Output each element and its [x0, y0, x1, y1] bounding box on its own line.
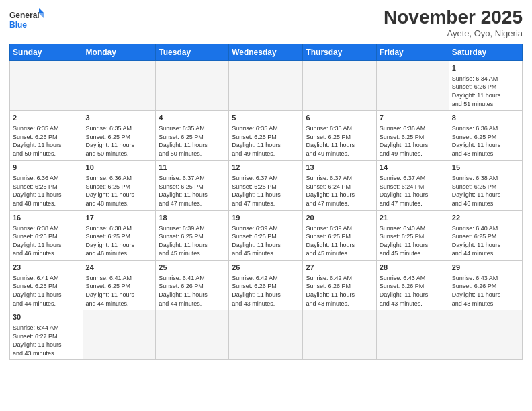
day-info: Sunrise: 6:37 AM Sunset: 6:24 PM Dayligh… [380, 174, 446, 208]
logo: General Blue [9, 7, 44, 34]
weekday-saturday: Saturday [449, 44, 522, 61]
day-number: 24 [86, 263, 153, 273]
calendar-cell-0-4 [303, 61, 376, 111]
day-info: Sunrise: 6:41 AM Sunset: 6:25 PM Dayligh… [86, 274, 153, 308]
day-number: 2 [13, 113, 80, 123]
day-info: Sunrise: 6:38 AM Sunset: 6:25 PM Dayligh… [452, 174, 519, 208]
day-info: Sunrise: 6:38 AM Sunset: 6:25 PM Dayligh… [13, 224, 80, 258]
day-number: 25 [159, 263, 226, 273]
calendar-cell-4-0: 23Sunrise: 6:41 AM Sunset: 6:25 PM Dayli… [10, 260, 83, 310]
calendar-cell-4-4: 27Sunrise: 6:42 AM Sunset: 6:26 PM Dayli… [303, 260, 376, 310]
day-info: Sunrise: 6:35 AM Sunset: 6:25 PM Dayligh… [232, 124, 300, 158]
calendar-cell-5-4 [303, 310, 376, 360]
day-info: Sunrise: 6:43 AM Sunset: 6:26 PM Dayligh… [452, 274, 519, 308]
week-row-3: 16Sunrise: 6:38 AM Sunset: 6:25 PM Dayli… [10, 210, 523, 260]
calendar-cell-0-3 [229, 61, 303, 111]
calendar-cell-3-1: 17Sunrise: 6:38 AM Sunset: 6:25 PM Dayli… [83, 210, 156, 260]
calendar-cell-1-6: 8Sunrise: 6:36 AM Sunset: 6:25 PM Daylig… [449, 111, 522, 161]
day-info: Sunrise: 6:40 AM Sunset: 6:25 PM Dayligh… [452, 224, 519, 258]
svg-marker-2 [39, 8, 44, 13]
calendar-cell-1-0: 2Sunrise: 6:35 AM Sunset: 6:26 PM Daylig… [10, 111, 83, 161]
calendar-cell-4-3: 26Sunrise: 6:42 AM Sunset: 6:26 PM Dayli… [229, 260, 303, 310]
day-info: Sunrise: 6:37 AM Sunset: 6:25 PM Dayligh… [159, 174, 226, 208]
day-number: 7 [380, 113, 446, 123]
week-row-5: 30Sunrise: 6:44 AM Sunset: 6:27 PM Dayli… [10, 310, 523, 360]
calendar-cell-2-3: 12Sunrise: 6:37 AM Sunset: 6:25 PM Dayli… [229, 161, 303, 210]
day-info: Sunrise: 6:41 AM Sunset: 6:25 PM Dayligh… [13, 274, 80, 308]
day-info: Sunrise: 6:36 AM Sunset: 6:25 PM Dayligh… [380, 124, 446, 158]
day-number: 26 [232, 263, 300, 273]
month-title: November 2025 [384, 7, 523, 28]
calendar-cell-0-5 [376, 61, 449, 111]
calendar-cell-3-6: 22Sunrise: 6:40 AM Sunset: 6:25 PM Dayli… [449, 210, 522, 260]
day-number: 29 [452, 263, 519, 273]
calendar-cell-2-4: 13Sunrise: 6:37 AM Sunset: 6:24 PM Dayli… [303, 161, 376, 210]
calendar-cell-3-0: 16Sunrise: 6:38 AM Sunset: 6:25 PM Dayli… [10, 210, 83, 260]
day-number: 23 [13, 263, 80, 273]
day-info: Sunrise: 6:36 AM Sunset: 6:25 PM Dayligh… [13, 174, 80, 208]
day-number: 20 [306, 213, 373, 223]
calendar-cell-3-4: 20Sunrise: 6:39 AM Sunset: 6:25 PM Dayli… [303, 210, 376, 260]
week-row-0: 1Sunrise: 6:34 AM Sunset: 6:26 PM Daylig… [10, 61, 523, 111]
day-number: 18 [159, 213, 226, 223]
day-info: Sunrise: 6:34 AM Sunset: 6:26 PM Dayligh… [452, 75, 519, 108]
day-number: 8 [452, 113, 519, 123]
title-block: November 2025 Ayete, Oyo, Nigeria [384, 7, 523, 38]
day-info: Sunrise: 6:42 AM Sunset: 6:26 PM Dayligh… [232, 274, 300, 308]
day-info: Sunrise: 6:41 AM Sunset: 6:26 PM Dayligh… [159, 274, 226, 308]
calendar-cell-2-6: 15Sunrise: 6:38 AM Sunset: 6:25 PM Dayli… [449, 161, 522, 210]
weekday-thursday: Thursday [303, 44, 376, 61]
day-info: Sunrise: 6:39 AM Sunset: 6:25 PM Dayligh… [159, 224, 226, 258]
calendar-table: SundayMondayTuesdayWednesdayThursdayFrid… [9, 44, 523, 360]
day-number: 14 [380, 163, 446, 173]
calendar-cell-5-6 [449, 310, 522, 360]
calendar-cell-2-2: 11Sunrise: 6:37 AM Sunset: 6:25 PM Dayli… [156, 161, 229, 210]
calendar-cell-5-0: 30Sunrise: 6:44 AM Sunset: 6:27 PM Dayli… [10, 310, 83, 360]
day-info: Sunrise: 6:38 AM Sunset: 6:25 PM Dayligh… [86, 224, 153, 258]
day-info: Sunrise: 6:35 AM Sunset: 6:25 PM Dayligh… [159, 124, 226, 158]
calendar-cell-1-2: 4Sunrise: 6:35 AM Sunset: 6:25 PM Daylig… [156, 111, 229, 161]
calendar-cell-0-1 [83, 61, 156, 111]
day-number: 9 [13, 163, 80, 173]
day-number: 28 [380, 263, 446, 273]
calendar-cell-3-3: 19Sunrise: 6:39 AM Sunset: 6:25 PM Dayli… [229, 210, 303, 260]
day-number: 17 [86, 213, 153, 223]
day-info: Sunrise: 6:40 AM Sunset: 6:25 PM Dayligh… [380, 224, 446, 258]
day-number: 21 [380, 213, 446, 223]
calendar-cell-4-6: 29Sunrise: 6:43 AM Sunset: 6:26 PM Dayli… [449, 260, 522, 310]
calendar-cell-0-2 [156, 61, 229, 111]
calendar-cell-0-0 [10, 61, 83, 111]
day-number: 6 [306, 113, 373, 123]
calendar-cell-4-5: 28Sunrise: 6:43 AM Sunset: 6:26 PM Dayli… [376, 260, 449, 310]
calendar-cell-4-1: 24Sunrise: 6:41 AM Sunset: 6:25 PM Dayli… [83, 260, 156, 310]
location: Ayete, Oyo, Nigeria [384, 28, 523, 38]
calendar-cell-5-1 [83, 310, 156, 360]
day-info: Sunrise: 6:44 AM Sunset: 6:27 PM Dayligh… [13, 324, 80, 357]
day-number: 3 [86, 113, 153, 123]
svg-text:Blue: Blue [9, 20, 27, 30]
calendar-cell-2-1: 10Sunrise: 6:36 AM Sunset: 6:25 PM Dayli… [83, 161, 156, 210]
day-info: Sunrise: 6:39 AM Sunset: 6:25 PM Dayligh… [306, 224, 373, 258]
day-number: 5 [232, 113, 300, 123]
logo-svg: General Blue [9, 7, 44, 34]
day-number: 19 [232, 213, 300, 223]
calendar-cell-2-0: 9Sunrise: 6:36 AM Sunset: 6:25 PM Daylig… [10, 161, 83, 210]
day-number: 16 [13, 213, 80, 223]
day-info: Sunrise: 6:39 AM Sunset: 6:25 PM Dayligh… [232, 224, 300, 258]
day-number: 11 [159, 163, 226, 173]
calendar-cell-5-5 [376, 310, 449, 360]
calendar-cell-1-3: 5Sunrise: 6:35 AM Sunset: 6:25 PM Daylig… [229, 111, 303, 161]
calendar-cell-1-1: 3Sunrise: 6:35 AM Sunset: 6:25 PM Daylig… [83, 111, 156, 161]
calendar-cell-3-2: 18Sunrise: 6:39 AM Sunset: 6:25 PM Dayli… [156, 210, 229, 260]
weekday-header-row: SundayMondayTuesdayWednesdayThursdayFrid… [10, 44, 523, 61]
svg-marker-3 [39, 13, 44, 19]
day-number: 15 [452, 163, 519, 173]
day-info: Sunrise: 6:42 AM Sunset: 6:26 PM Dayligh… [306, 274, 373, 308]
calendar-cell-2-5: 14Sunrise: 6:37 AM Sunset: 6:24 PM Dayli… [376, 161, 449, 210]
day-number: 30 [13, 312, 80, 322]
calendar-cell-5-3 [229, 310, 303, 360]
day-info: Sunrise: 6:43 AM Sunset: 6:26 PM Dayligh… [380, 274, 446, 308]
day-info: Sunrise: 6:35 AM Sunset: 6:25 PM Dayligh… [86, 124, 153, 158]
weekday-sunday: Sunday [10, 44, 83, 61]
day-number: 22 [452, 213, 519, 223]
